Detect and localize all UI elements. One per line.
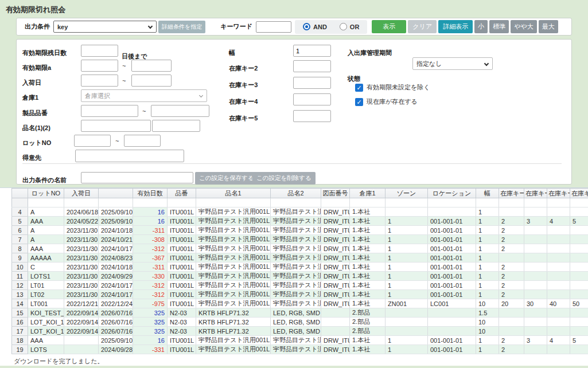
table-cell: 2023/11/30	[64, 263, 99, 272]
output-condition-select[interactable]: key	[53, 21, 157, 33]
save-settings-button[interactable]: この設定を保存する	[195, 172, 258, 185]
clear-button[interactable]: クリア	[408, 20, 437, 33]
table-row[interactable]: 9AAAAA2023/11/302024/08/23-367ITU001L宇野品…	[12, 253, 588, 263]
table-row[interactable]: 5AAA2024/05/222025/09/1016ITU001L宇野品目テスト…	[12, 217, 588, 226]
column-header-6[interactable]: 品名1	[196, 189, 271, 198]
or-radio[interactable]: OR	[340, 23, 360, 30]
delete-settings-button[interactable]: この設定を削除する	[252, 172, 316, 185]
column-header-2[interactable]: 入荷日	[64, 189, 99, 198]
stock-exists-checkbox[interactable]: ✓ 現在庫が存在する	[355, 97, 418, 106]
stock-key3-input[interactable]	[293, 77, 331, 89]
column-header-9[interactable]: 倉庫1	[350, 189, 385, 198]
column-header-3[interactable]	[99, 189, 133, 198]
column-header-10[interactable]: ゾーン	[385, 189, 428, 198]
table-cell: ITU001L	[168, 290, 196, 299]
table-row[interactable]: 11LOTS12023/11/302024/09/29-330ITU001L宇野…	[12, 272, 588, 281]
table-cell: -331	[133, 345, 168, 354]
table-cell	[547, 272, 570, 281]
table-row[interactable]: 19LOTS2024/09/28-331ITU001L宇野品目テスト汎用001L…	[12, 345, 588, 354]
width-input[interactable]	[293, 45, 331, 57]
product-number-to-input[interactable]	[151, 105, 209, 117]
stock-exists-label: 現在庫が存在する	[367, 97, 418, 106]
detail-condition-button[interactable]: 詳細条件を指定	[158, 21, 205, 33]
stock-key4-input[interactable]	[293, 93, 331, 105]
stock-key3-label: 在庫キー3	[229, 81, 258, 89]
table-row[interactable]: 7A2023/11/302024/10/21-308ITU001L宇野品目テスト…	[12, 235, 588, 244]
table-row[interactable]: 6A2023/11/302024/10/18-311ITU001L宇野品目テスト…	[12, 226, 588, 235]
table-row[interactable]: 12LT012023/11/302024/10/17-312ITU001L宇野品…	[12, 281, 588, 290]
stock-key4-label: 在庫キー4	[229, 97, 258, 106]
stock-key2-input[interactable]	[293, 60, 331, 72]
column-header-1[interactable]: ロットNO	[28, 189, 64, 198]
column-header-5[interactable]: 品番	[168, 189, 196, 198]
table-cell: 2025/09/10	[99, 336, 133, 345]
table-row[interactable]: 8AAA2023/11/302024/10/17-312ITU001L宇野品目テ…	[12, 244, 588, 253]
table-cell: 2025/09/10	[99, 217, 133, 226]
column-header-4[interactable]: 有効日数	[133, 189, 168, 198]
column-header-15[interactable]: 在庫キー4	[547, 189, 570, 198]
item-name1-input[interactable]	[81, 120, 151, 132]
table-cell: DRW_ITU_	[321, 253, 350, 263]
and-radio[interactable]: AND	[303, 23, 327, 30]
row-number-cell: 6	[12, 226, 28, 235]
table-cell: LC001	[428, 299, 476, 308]
warehouse1-placeholder: 倉庫選択	[85, 92, 110, 100]
detail-display-button[interactable]: 詳細表示	[438, 20, 473, 33]
table-cell: 2022/12/21	[64, 299, 99, 308]
table-cell	[385, 308, 428, 318]
column-header-11[interactable]: ロケーション	[428, 189, 476, 198]
table-cell: ITU001L	[168, 263, 196, 272]
table-cell: -367	[133, 253, 168, 263]
exclude-unset-checkbox[interactable]: ✓ 有効期限未設定を除く	[355, 83, 430, 92]
table-row[interactable]: 13LT022023/11/302024/10/17-312ITU001L宇野品…	[12, 290, 588, 299]
display-button[interactable]: 表示	[372, 20, 406, 33]
customer-input[interactable]	[75, 150, 184, 162]
table-row[interactable]: 16LOT_KOI_122022/09/142026/07/16325N2-03…	[12, 318, 588, 327]
column-header-0[interactable]	[12, 189, 28, 198]
stock-key5-input[interactable]	[293, 110, 331, 122]
lot-no-to-input[interactable]	[124, 135, 161, 147]
table-cell: 10	[476, 327, 499, 336]
table-cell	[524, 318, 547, 327]
column-header-12[interactable]: 幅	[476, 189, 499, 198]
column-header-16[interactable]: 在庫キー5	[570, 189, 588, 198]
table-cell: DRW_ITU_	[321, 272, 350, 281]
product-number-from-input[interactable]	[81, 105, 138, 117]
lot-no-from-input[interactable]	[74, 135, 111, 147]
table-row[interactable]: 4A2024/06/182025/09/1016ITU001L宇野品目テスト汎用…	[12, 208, 588, 217]
table-row[interactable]: 15KOI_TEST_12022/09/142026/07/16325N2-03…	[12, 308, 588, 318]
table-cell: 2.部品	[350, 327, 385, 336]
checkbox-checked-icon: ✓	[355, 98, 363, 106]
condition-name-input[interactable]	[81, 172, 193, 183]
column-header-7[interactable]: 品名2	[271, 189, 321, 198]
inout-period-select[interactable]: 指定なし	[412, 57, 493, 70]
table-row[interactable]: 17LOT_KOI_122022/09/142026/07/16325N2-03…	[12, 327, 588, 336]
table-cell: 宇野品目テスト汎用001L	[196, 253, 271, 263]
expiry-a-label: 有効期限a	[22, 64, 51, 72]
keyword-input[interactable]	[256, 21, 291, 33]
table-cell: 宇野品目テスト汎用001L	[196, 226, 271, 235]
arrival-to-input[interactable]	[131, 75, 172, 87]
table-cell	[321, 308, 350, 318]
table-row[interactable]: 14LT0012022/12/212022/12/24-975ITU001L宇野…	[12, 299, 588, 308]
column-header-14[interactable]: 在庫キー3	[524, 189, 547, 198]
column-header-8[interactable]: 図面番号	[321, 189, 350, 198]
table-cell: -311	[133, 226, 168, 235]
size-larger-button[interactable]: やや大	[511, 20, 537, 33]
table-cell: 2022/09/14	[64, 308, 99, 318]
size-small-button[interactable]: 小	[474, 20, 488, 33]
expiry-days-input[interactable]	[81, 45, 118, 57]
table-row[interactable]: 10C2023/11/302024/10/18-311ITU001L宇野品目テス…	[12, 263, 588, 272]
item-name2-input[interactable]	[152, 120, 200, 132]
size-standard-button[interactable]: 標準	[489, 20, 509, 33]
table-row[interactable]: 18AAA2025/09/1016ITU001L宇野品目テスト汎用001L宇野品…	[12, 336, 588, 345]
arrival-from-input[interactable]	[81, 75, 118, 87]
table-cell: LOT_KOI_12	[28, 327, 64, 336]
table-cell	[570, 208, 588, 217]
expiry-a-from-input[interactable]	[81, 60, 118, 72]
column-header-13[interactable]: 在庫キー2	[499, 189, 524, 198]
expiry-a-to-input[interactable]	[131, 60, 172, 72]
size-max-button[interactable]: 最大	[539, 20, 558, 33]
warehouse1-select[interactable]: 倉庫選択	[81, 89, 207, 102]
row-number-cell: 5	[12, 217, 28, 226]
